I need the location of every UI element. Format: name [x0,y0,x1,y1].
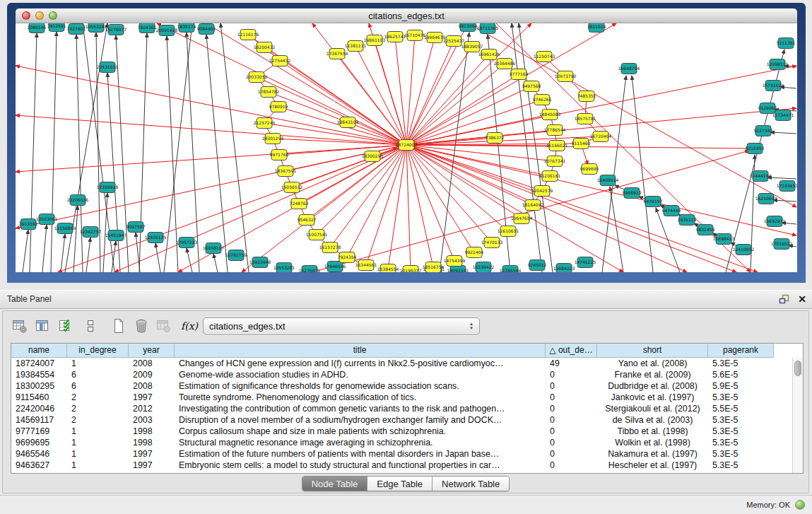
column-header-title[interactable]: title [175,344,546,358]
graph-node[interactable]: 12754432 [269,56,291,66]
column-header-short[interactable]: short [597,344,708,358]
graph-edge[interactable] [61,234,65,272]
graph-node[interactable]: 7924361 [138,23,157,33]
graph-node[interactable]: 11156869 [54,223,76,234]
graph-node[interactable]: 9832459 [696,225,715,235]
graph-node[interactable]: 18200432 [254,42,276,53]
graph-node[interactable]: 16720404 [590,132,612,142]
table-row[interactable]: 946362711997Embryonic stem cells: a mode… [11,460,792,471]
graph-node[interactable]: 18300295 [362,151,384,162]
graph-node[interactable]: 8215953 [746,144,765,154]
table-cell[interactable]: 2012 [129,403,175,414]
table-cell[interactable]: 2009 [129,369,175,380]
function-builder-icon[interactable]: f(x) [180,316,199,336]
graph-node[interactable]: 14754399 [444,256,466,267]
graph-node[interactable]: 3913592 [19,219,38,230]
graph-edge[interactable] [114,145,406,272]
table-cell[interactable]: 19384554 [11,369,67,380]
node-attribute-table[interactable]: namein_degreeyeartitle△ out_de…shortpage… [11,343,804,474]
graph-edge[interactable] [610,187,623,272]
graph-edge[interactable] [366,145,406,265]
table-cell[interactable]: 2 [67,392,129,403]
table-cell[interactable]: 22420046 [11,403,67,414]
graph-node[interactable]: 16409514 [597,175,619,186]
graph-node[interactable]: 18516754 [423,262,445,273]
table-cell[interactable]: 2 [67,414,129,426]
graph-node[interactable]: 3913591 [47,23,66,32]
table-cell[interactable]: 1 [67,426,129,437]
table-cell[interactable]: 0 [546,380,597,392]
graph-node[interactable]: 9497568 [522,81,541,92]
graph-edge[interactable] [76,35,83,272]
table-cell[interactable]: 1998 [129,437,175,448]
column-header-out_de[interactable]: △ out_de… [546,344,597,358]
graph-node[interactable]: 5111351 [777,38,796,49]
table-row[interactable]: 1830029562008Estimation of significance … [11,380,792,392]
table-cell[interactable]: 5.6E-5 [708,369,774,380]
graph-node[interactable]: 19861103 [364,35,386,46]
graph-node[interactable]: 3811014 [587,23,606,33]
graph-edge[interactable] [312,151,749,272]
graph-node[interactable]: 11684223 [553,264,575,273]
graph-node[interactable]: 16710476 [404,30,426,41]
table-cell[interactable]: Changes of HCN gene expression and I(f) … [175,358,546,369]
table-cell[interactable]: Investigating the contribution of common… [175,403,546,414]
column-header-year[interactable]: year [129,344,175,358]
graph-node[interactable]: 10553281 [273,263,295,273]
graph-node[interactable]: 15276071 [299,266,321,273]
graph-node[interactable]: 16344561 [355,260,377,271]
graph-node[interactable]: 18625741 [384,32,406,42]
table-cell[interactable]: Stergiakouli et al. (2012) [597,403,708,414]
table-cell[interactable]: 1 [67,460,129,471]
graph-edge[interactable] [406,145,736,272]
graph-edge[interactable] [406,145,433,267]
table-cell[interactable]: 2008 [129,380,175,392]
graph-node[interactable]: 11250743 [534,52,555,62]
network-canvas[interactable]: 2089146391359115276011055328715276077792… [16,23,797,272]
table-cell[interactable]: 2003 [129,414,175,426]
table-cell[interactable]: 9115460 [11,392,67,403]
graph-node[interactable]: 7386372 [486,133,505,144]
graph-node[interactable]: 18367591 [275,166,297,177]
graph-node[interactable]: 16166021 [546,141,568,151]
table-cell[interactable]: 1 [67,358,129,369]
table-cell[interactable]: Structural magnetic resonance image aver… [175,437,546,448]
graph-node[interactable]: 9922404 [465,247,484,258]
table-cell[interactable]: de Silva et al. (2003) [597,414,708,426]
graph-node[interactable]: 18575781 [575,114,596,124]
graph-edge[interactable] [406,86,531,145]
graph-node[interactable]: 9546327 [298,215,317,226]
float-panel-icon[interactable] [779,294,789,304]
new-table-icon[interactable] [110,316,128,336]
graph-node[interactable]: 20033052 [246,72,268,83]
graph-node[interactable]: 2935114 [678,215,697,226]
graph-edge[interactable] [51,32,57,272]
table-cell[interactable]: Jankovic et al. (1997) [597,392,708,403]
window-titlebar[interactable]: citations_edges.txt [16,8,797,23]
graph-edge[interactable] [136,233,140,272]
graph-node[interactable]: 9097587 [126,222,146,233]
table-cell[interactable]: Hescheler et al. (1997) [597,460,708,471]
graph-node[interactable]: 10698413 [713,234,735,245]
graph-edge[interactable] [767,177,796,179]
graph-node[interactable]: 9227343 [754,126,773,136]
graph-edge[interactable] [395,37,406,145]
graph-node[interactable]: 12042579 [531,186,553,197]
graph-node[interactable]: 9115460 [572,139,591,149]
table-cell[interactable]: 0 [546,403,597,414]
table-row[interactable]: 2242004622012Investigating the contribut… [11,403,792,414]
table-cell[interactable]: Dudbridge et al. (2008) [597,380,708,392]
graph-node[interactable]: 10647654 [511,214,533,224]
table-cell[interactable]: 6 [67,369,129,380]
graph-node[interactable]: 20206536 [67,195,89,206]
graph-edge[interactable] [406,145,411,271]
table-cell[interactable]: 9463627 [11,460,67,471]
table-row[interactable]: 911546021997Tourette syndrome. Phenomeno… [11,392,792,403]
table-cell[interactable]: 5.3E-5 [708,437,774,448]
graph-node[interactable]: 7924354 [338,252,357,263]
graph-edge[interactable] [16,66,406,145]
graph-edge[interactable] [406,47,472,145]
table-cell[interactable]: Disruption of a novel member of a sodium… [175,414,546,426]
table-cell[interactable]: 0 [546,448,597,460]
graph-edge[interactable] [468,23,796,207]
